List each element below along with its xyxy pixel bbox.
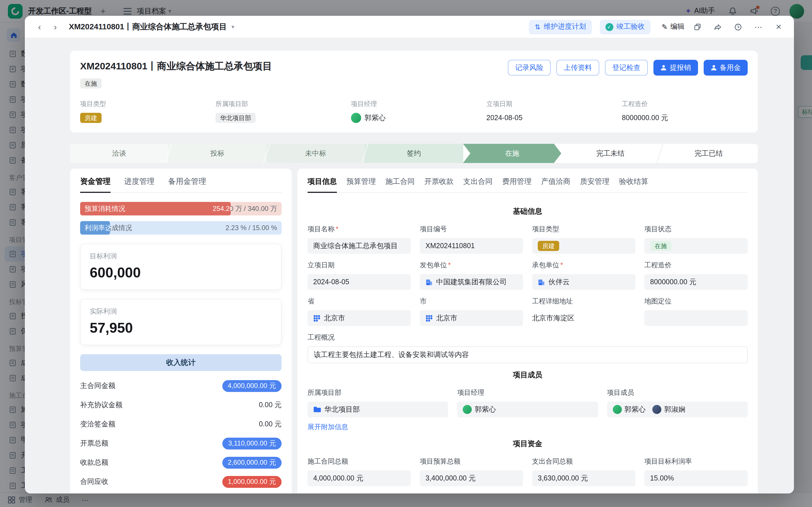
secondary-action-button[interactable]: 登记检查 — [605, 60, 648, 75]
summary-field-value: 郭紫心 — [351, 112, 486, 123]
back-icon[interactable]: ‹ — [33, 20, 46, 34]
amount-row: 补充协议金额0.00 元 — [80, 398, 282, 412]
maintain-schedule-label: 维护进度计划 — [544, 22, 586, 32]
info-tab[interactable]: 项目信息 — [308, 176, 337, 192]
field-value[interactable]: 郭紫心郭淑娴 — [607, 401, 748, 417]
amount-row: 收款总额2,600,000.00 元 — [80, 456, 282, 470]
progress-bar-text: 利润率达成情况2.23 % / 15.00 % — [80, 221, 110, 235]
stepper-step-未中标[interactable]: 未中标 — [267, 144, 365, 163]
progress-bar-label: 利润率达成情况 — [85, 223, 110, 233]
field-label: 项目状态 — [644, 224, 748, 234]
chevron-down-icon[interactable]: ▾ — [231, 24, 234, 30]
amount-label: 主合同金额 — [80, 381, 115, 391]
field-value[interactable]: XM2024110801 — [420, 238, 523, 254]
field-value[interactable]: 3,400,000.00 元 — [420, 470, 523, 486]
building-icon — [538, 278, 545, 286]
stepper-step-投标[interactable]: 投标 — [168, 144, 266, 163]
stepper-step-完工已结[interactable]: 完工已结 — [660, 144, 758, 163]
field-value[interactable]: 郭紫心 — [457, 401, 598, 417]
forward-icon[interactable]: › — [49, 20, 62, 34]
field-value[interactable]: 该工程主要包括土建工程、设备安装和调试等内容 — [308, 346, 748, 363]
building-icon — [426, 278, 433, 286]
finance-tab[interactable]: 进度管理 — [124, 176, 155, 192]
progress-bar-label: 预算消耗情况 — [85, 204, 125, 214]
close-icon[interactable]: × — [771, 19, 786, 34]
form-field: 立项日期2024-08-05 — [308, 261, 411, 290]
finance-tab[interactable]: 资金管理 — [80, 176, 111, 192]
secondary-action-button[interactable]: 记录风险 — [508, 60, 551, 75]
expand-info-link[interactable]: 展开附加信息 — [308, 422, 448, 432]
maintain-schedule-button[interactable]: ⇅ 维护进度计划 — [529, 19, 592, 34]
field-value[interactable]: 房建 — [532, 238, 635, 254]
field-label: 省 — [308, 297, 411, 306]
field-value[interactable]: 中国建筑集团有限公司 — [420, 274, 523, 290]
info-tab[interactable]: 开票收款 — [424, 176, 454, 192]
amount-badge: 4,000,000.00 元 — [222, 380, 282, 392]
edit-button[interactable]: ✎ 编辑 — [662, 22, 685, 32]
summary-field: 所属项目部华北项目部 — [216, 100, 351, 123]
field-value[interactable]: 15.00% — [644, 470, 748, 486]
amount-label: 补充协议金额 — [80, 400, 122, 410]
stepper-step-在施[interactable]: 在施 — [463, 144, 561, 163]
summary-field-label: 工程造价 — [622, 100, 748, 108]
finance-tab[interactable]: 备用金管理 — [168, 176, 206, 192]
form-field: 项目名称*商业综合体施工总承包项目 — [308, 224, 411, 254]
field-value[interactable]: 4,000,000.00 元 — [308, 470, 411, 486]
field-value[interactable]: 伙伴云 — [532, 274, 635, 290]
info-tab[interactable]: 预算管理 — [346, 176, 376, 192]
progress-bar-text: 利润率达成情况2.23 % / 15.00 % — [80, 221, 282, 235]
person-icon — [660, 64, 667, 71]
info-tab[interactable]: 施工合同 — [385, 176, 415, 192]
share-icon[interactable] — [710, 19, 725, 34]
section-title: 基础信息 — [308, 207, 748, 217]
summary-field-label: 立项日期 — [486, 100, 622, 108]
field-tag: 华北项目部 — [216, 113, 256, 123]
field-value[interactable]: 在施 — [644, 238, 748, 254]
field-label: 地图定位 — [644, 297, 748, 306]
stepper-step-洽谈[interactable]: 洽谈 — [70, 144, 168, 163]
field-label: 立项日期 — [308, 261, 411, 270]
info-tab[interactable]: 验收结算 — [619, 176, 648, 192]
stepper-step-签约[interactable]: 签约 — [365, 144, 463, 163]
project-detail-modal: ‹ › XM2024110801丨商业综合体施工总承包项目 ▾ ⇅ 维护进度计划… — [25, 16, 794, 494]
stepper-step-完工未结[interactable]: 完工未结 — [561, 144, 659, 163]
field-value[interactable]: 8000000.00 元 — [644, 274, 748, 290]
info-tab[interactable]: 支出合同 — [463, 176, 493, 192]
more-icon[interactable]: ⋯ — [751, 19, 766, 34]
stat-label: 实际利润 — [90, 307, 272, 317]
entity-name: 中国建筑集团有限公司 — [436, 277, 507, 287]
progress-bar-red: 预算消耗情况254.20 万 / 340.00 万预算消耗情况254.20 万 … — [80, 202, 282, 215]
field-value[interactable]: 2024-08-05 — [308, 274, 411, 290]
step-label: 完工已结 — [695, 149, 723, 158]
secondary-action-button[interactable]: 上传资料 — [556, 60, 599, 75]
field-value[interactable]: 北京市 — [420, 310, 523, 326]
info-tab[interactable]: 费用管理 — [502, 176, 532, 192]
amount-value: 0.00 元 — [259, 419, 282, 429]
info-tab[interactable]: 质安管理 — [580, 176, 609, 192]
step-label: 在施 — [505, 149, 519, 158]
primary-action-button[interactable]: 备用金 — [703, 60, 748, 75]
history-clock-icon[interactable] — [731, 19, 745, 34]
field-value[interactable]: 3,630,000.00 元 — [532, 470, 635, 486]
region-icon — [426, 315, 433, 322]
field-value[interactable]: 北京市 — [308, 310, 411, 326]
field-value[interactable]: 华北项目部 — [308, 401, 448, 417]
field-value[interactable] — [644, 310, 748, 326]
member-chip: 郭淑娴 — [652, 405, 685, 414]
income-stats-button[interactable]: 收入统计 — [80, 354, 282, 371]
info-tab[interactable]: 产值洽商 — [541, 176, 571, 192]
stat-value: 600,000 — [90, 265, 272, 281]
panels: 资金管理进度管理备用金管理 预算消耗情况254.20 万 / 340.00 万预… — [70, 169, 758, 494]
edit-label: 编辑 — [670, 22, 685, 32]
amount-row: 变洽签金额0.00 元 — [80, 417, 282, 432]
completion-acceptance-button[interactable]: ✓ 竣工验收 — [600, 19, 650, 34]
form-field: 工程详细地址北京市海淀区 — [532, 297, 635, 326]
form-field: 承包单位*伙伴云 — [532, 261, 635, 290]
summary-field-value: 华北项目部 — [216, 112, 351, 123]
required-star: * — [448, 261, 450, 269]
progress-bar-value: 254.20 万 / 340.00 万 — [213, 204, 231, 214]
progress-bar-text: 预算消耗情况254.20 万 / 340.00 万 — [80, 202, 231, 215]
copy-icon[interactable] — [690, 19, 705, 34]
field-value[interactable]: 商业综合体施工总承包项目 — [308, 238, 411, 254]
primary-action-button[interactable]: 提报销 — [653, 60, 698, 75]
